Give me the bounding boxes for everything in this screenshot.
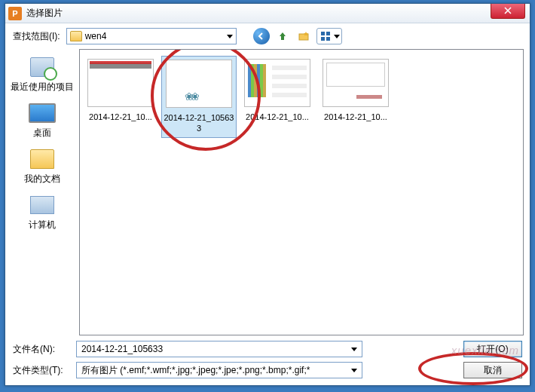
file-caption: 2014-12-21_10...	[89, 112, 152, 122]
up-level-icon	[277, 30, 289, 42]
back-button[interactable]	[253, 28, 270, 44]
place-recent[interactable]: 最近使用的项目	[10, 52, 75, 96]
dialog-body: 最近使用的项目 桌面 我的文档 计算机 2014-12-21_10...	[5, 49, 530, 335]
thumbnail-preview	[87, 59, 154, 107]
place-label: 最近使用的项目	[11, 81, 74, 93]
chevron-down-icon	[334, 35, 340, 38]
svg-rect-1	[321, 32, 325, 35]
file-list-area[interactable]: 2014-12-21_10... 2014-12-21_105633 2014-…	[79, 49, 524, 335]
cancel-button[interactable]: 取消	[463, 362, 522, 378]
new-folder-icon	[298, 30, 310, 42]
bottom-panel: 文件名(N): 2014-12-21_105633 打开(O) 文件类型(T):…	[5, 335, 530, 387]
documents-icon	[29, 147, 56, 171]
place-desktop[interactable]: 桌面	[10, 98, 75, 142]
file-caption: 2014-12-21_10...	[246, 112, 309, 122]
look-in-combo[interactable]: wen4	[66, 28, 237, 44]
filename-label: 文件名(N):	[13, 343, 69, 356]
back-arrow-icon	[257, 32, 266, 41]
current-folder-name: wen4	[85, 31, 107, 41]
file-open-dialog: P 选择图片 查找范围(I): wen4	[5, 3, 530, 386]
place-label: 我的文档	[24, 173, 60, 185]
place-label: 计算机	[29, 219, 56, 231]
chevron-down-icon	[227, 35, 233, 38]
chevron-down-icon	[351, 348, 357, 351]
thumbnail-preview	[244, 59, 310, 107]
close-icon	[504, 7, 512, 14]
file-thumbnail-selected[interactable]: 2014-12-21_105633	[161, 56, 237, 138]
titlebar: P 选择图片	[5, 4, 530, 23]
filename-row: 文件名(N): 2014-12-21_105633 打开(O)	[13, 338, 522, 360]
window-title: 选择图片	[26, 7, 63, 20]
file-caption: 2014-12-21_105633	[164, 112, 234, 134]
file-thumbnail[interactable]: 2014-12-21_10...	[318, 56, 393, 125]
desktop-icon	[29, 101, 56, 125]
filetype-combo[interactable]: 所有图片 (*.emf;*.wmf;*.jpg;*.jpeg;*.jpe;*.p…	[76, 362, 362, 378]
open-button[interactable]: 打开(O)	[463, 341, 522, 357]
filetype-row: 文件类型(T): 所有图片 (*.emf;*.wmf;*.jpg;*.jpeg;…	[13, 360, 522, 381]
computer-icon	[29, 193, 56, 217]
nav-icons	[253, 28, 342, 44]
place-label: 桌面	[33, 127, 51, 139]
svg-rect-3	[321, 37, 325, 41]
place-documents[interactable]: 我的文档	[10, 144, 75, 188]
look-in-label: 查找范围(I):	[13, 30, 60, 43]
svg-rect-2	[326, 32, 330, 35]
file-thumbnail[interactable]: 2014-12-21_10...	[240, 56, 315, 125]
thumbnail-grid: 2014-12-21_10... 2014-12-21_105633 2014-…	[80, 50, 523, 144]
thumbnail-preview	[166, 60, 232, 108]
place-computer[interactable]: 计算机	[10, 190, 75, 234]
view-grid-icon	[320, 31, 331, 41]
svg-rect-4	[326, 37, 330, 41]
look-in-row: 查找范围(I): wen4	[5, 23, 530, 49]
up-one-level-button[interactable]	[274, 28, 291, 44]
create-new-folder-button[interactable]	[295, 28, 312, 44]
app-icon: P	[8, 7, 22, 20]
folder-icon	[70, 31, 82, 41]
chevron-down-icon	[351, 369, 357, 372]
filename-value: 2014-12-21_105633	[81, 344, 163, 354]
filetype-value: 所有图片 (*.emf;*.wmf;*.jpg;*.jpeg;*.jpe;*.p…	[81, 364, 310, 377]
view-menu-button[interactable]	[316, 28, 342, 44]
cancel-button-label: 取消	[484, 364, 502, 377]
file-thumbnail[interactable]: 2014-12-21_10...	[83, 56, 158, 125]
close-button[interactable]	[491, 4, 525, 19]
places-bar: 最近使用的项目 桌面 我的文档 计算机	[5, 49, 79, 335]
thumbnail-preview	[323, 59, 389, 107]
recent-items-icon	[29, 55, 56, 79]
file-caption: 2014-12-21_10...	[324, 112, 387, 122]
filetype-label: 文件类型(T):	[13, 364, 69, 377]
filename-combo[interactable]: 2014-12-21_105633	[76, 341, 362, 357]
open-button-label: 打开(O)	[477, 343, 508, 356]
